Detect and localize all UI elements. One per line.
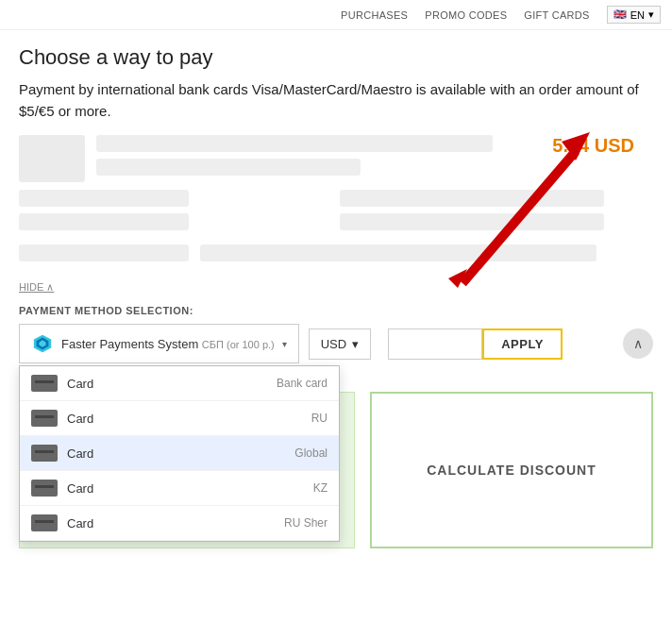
apply-button[interactable]: APPLY (482, 328, 563, 360)
card-type-1: RU (311, 412, 328, 425)
card-icon-1 (31, 410, 58, 427)
svg-rect-12 (35, 520, 54, 523)
dropdown-item-2[interactable]: Card Global (20, 436, 339, 471)
card-type-0: Bank card (277, 377, 328, 390)
card-type-4: RU Sher (284, 516, 328, 530)
svg-rect-4 (35, 380, 54, 383)
svg-rect-6 (35, 415, 54, 418)
price-tag: 5.54 USD (552, 135, 634, 157)
calculate-btn-box: CALCULATE DISCOUNT (370, 392, 653, 548)
card-label-0: Card (67, 377, 267, 391)
purchases-link[interactable]: PURCHASES (341, 9, 408, 21)
info-text: Payment by international bank cards Visa… (19, 79, 653, 122)
payment-name: Faster Payments System СБП (or 100 p.) (61, 337, 275, 351)
hide-link[interactable]: HIDE ∧ (19, 281, 54, 294)
payment-dropdown: Card Bank card Card RU Card Global (19, 365, 340, 542)
top-bar: PURCHASES PROMO CODES GIFT CARDS 🇬🇧 EN ▾ (0, 0, 672, 30)
payment-method-select[interactable]: Faster Payments System СБП (or 100 p.) ▾ (19, 324, 299, 363)
order-summary: 5.54 USD (19, 135, 653, 268)
svg-rect-10 (35, 485, 54, 488)
dropdown-item-3[interactable]: Card KZ (20, 471, 339, 506)
lang-label: EN (630, 9, 645, 21)
fps-icon (31, 332, 54, 355)
currency-label: USD (321, 337, 346, 351)
flag-icon: 🇬🇧 (613, 8, 627, 21)
promo-section: APPLY (388, 328, 563, 360)
dropdown-item-1[interactable]: Card RU (20, 401, 339, 436)
dropdown-item-0[interactable]: Card Bank card (20, 366, 339, 401)
promo-codes-link[interactable]: PROMO CODES (425, 9, 507, 21)
card-type-3: KZ (313, 481, 328, 495)
gift-cards-link[interactable]: GIFT CARDS (524, 9, 589, 21)
dropdown-item-4[interactable]: Card RU Sher (20, 506, 339, 541)
svg-rect-8 (35, 450, 54, 453)
chevron-up-icon: ∧ (633, 336, 643, 351)
card-label-2: Card (67, 446, 285, 461)
card-type-2: Global (294, 446, 328, 460)
currency-chevron-icon: ▾ (352, 337, 359, 351)
chevron-down-icon: ▾ (648, 8, 654, 21)
promo-input[interactable] (388, 328, 482, 360)
currency-select[interactable]: USD ▾ (309, 328, 371, 360)
top-links: PURCHASES PROMO CODES GIFT CARDS (341, 9, 590, 21)
payment-label: PAYMENT METHOD SELECTION: (19, 305, 653, 316)
card-icon-3 (31, 480, 58, 497)
card-icon-4 (31, 514, 58, 531)
page-title: Choose a way to pay (19, 45, 653, 70)
card-label-3: Card (67, 481, 304, 496)
lang-selector[interactable]: 🇬🇧 EN ▾ (607, 6, 661, 24)
card-icon-2 (31, 445, 58, 462)
payment-chevron-icon: ▾ (282, 339, 287, 349)
card-icon-0 (31, 375, 58, 392)
calculate-discount-button[interactable]: CALCULATE DISCOUNT (372, 394, 651, 547)
card-label-4: Card (67, 516, 275, 531)
card-label-1: Card (67, 412, 302, 426)
scroll-up-button[interactable]: ∧ (623, 328, 653, 359)
